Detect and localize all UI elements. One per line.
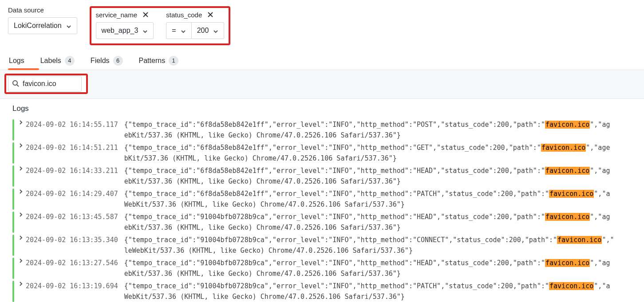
expand-log-button[interactable] xyxy=(18,235,24,240)
log-message: {"tempo_trace_id":"6f8da58eb842e1ff","er… xyxy=(124,188,610,210)
search-highlight: favicon.ico xyxy=(545,167,590,175)
tab-label: Logs xyxy=(9,57,24,65)
filter-value: 200 xyxy=(197,27,209,35)
search-highlight: favicon.ico xyxy=(541,144,586,152)
expand-log-button[interactable] xyxy=(18,258,24,263)
chevron-down-icon xyxy=(142,28,148,33)
search-highlight: favicon.ico xyxy=(545,121,590,129)
search-highlight: favicon.ico xyxy=(545,213,590,221)
log-timestamp: 2024-09-02 16:13:35.340 xyxy=(26,235,118,245)
log-level-bar xyxy=(12,281,14,302)
search-input-wrapper[interactable] xyxy=(8,76,82,92)
log-row: 2024-09-02 16:13:35.340{"tempo_trace_id"… xyxy=(12,235,644,256)
filter-service-name: service_name web_app_3 xyxy=(96,11,154,39)
filter-label: status_code xyxy=(166,11,202,19)
log-message: {"tempo_trace_id":"91004bfb0728b9ca","er… xyxy=(124,212,610,233)
log-timestamp: 2024-09-02 16:13:45.587 xyxy=(26,212,118,222)
expand-log-button[interactable] xyxy=(18,281,24,286)
logs-panel: Logs 2024-09-02 16:14:55.117{"tempo_trac… xyxy=(0,99,644,302)
datasource-value: LokiCorrelation xyxy=(14,22,62,30)
log-row: 2024-09-02 16:13:27.546{"tempo_trace_id"… xyxy=(12,258,644,279)
search-highlight: favicon.ico xyxy=(545,259,590,267)
filter-operator: = xyxy=(172,27,176,35)
log-row: 2024-09-02 16:14:29.407{"tempo_trace_id"… xyxy=(12,188,644,210)
tab-fields[interactable]: Fields6 xyxy=(90,51,124,70)
log-message: {"tempo_trace_id":"91004bfb0728b9ca","er… xyxy=(124,258,610,279)
filter-status-code: status_code = 200 xyxy=(166,11,224,39)
filter-operator-select[interactable]: = xyxy=(166,22,191,39)
log-message: {"tempo_trace_id":"6f8da58eb842e1ff","er… xyxy=(124,142,610,164)
expand-log-button[interactable] xyxy=(18,188,24,194)
filter-value-select[interactable]: 200 xyxy=(192,22,225,39)
search-highlight: favicon.ico xyxy=(557,236,602,244)
tab-count-badge: 1 xyxy=(169,56,178,66)
log-level-bar xyxy=(12,165,14,187)
svg-line-5 xyxy=(17,85,19,86)
log-level-bar xyxy=(12,235,14,256)
chevron-down-icon xyxy=(181,28,186,33)
log-message: {"tempo_trace_id":"6f8da58eb842e1ff","er… xyxy=(124,119,610,141)
datasource-select[interactable]: LokiCorrelation xyxy=(8,17,77,34)
datasource-label: Data source xyxy=(8,6,44,14)
log-row: 2024-09-02 16:13:19.694{"tempo_trace_id"… xyxy=(12,281,644,302)
log-timestamp: 2024-09-02 16:13:19.694 xyxy=(26,281,118,291)
log-timestamp: 2024-09-02 16:14:55.117 xyxy=(26,119,118,130)
log-row: 2024-09-02 16:13:45.587{"tempo_trace_id"… xyxy=(12,212,644,233)
svg-point-4 xyxy=(13,81,17,85)
tab-patterns[interactable]: Patterns1 xyxy=(138,51,180,70)
log-message: {"tempo_trace_id":"91004bfb0728b9ca","er… xyxy=(124,235,614,256)
expand-log-button[interactable] xyxy=(18,165,24,171)
remove-filter-button[interactable] xyxy=(206,11,214,19)
log-timestamp: 2024-09-02 16:14:51.211 xyxy=(26,142,118,153)
log-row: 2024-09-02 16:14:51.211{"tempo_trace_id"… xyxy=(12,142,644,164)
tab-label: Labels xyxy=(40,57,61,65)
expand-log-button[interactable] xyxy=(18,212,24,217)
tab-label: Fields xyxy=(91,57,110,65)
log-message: {"tempo_trace_id":"91004bfb0728b9ca","er… xyxy=(124,281,610,302)
datasource-field: Data source LokiCorrelation xyxy=(8,6,77,34)
log-timestamp: 2024-09-02 16:14:33.211 xyxy=(26,165,118,176)
filters-highlight-box: service_name web_app_3 status_code xyxy=(90,6,231,45)
chevron-down-icon xyxy=(213,28,218,33)
search-row xyxy=(0,70,644,99)
filter-value-select[interactable]: web_app_3 xyxy=(96,22,154,39)
log-row: 2024-09-02 16:14:55.117{"tempo_trace_id"… xyxy=(12,119,644,141)
remove-filter-button[interactable] xyxy=(142,11,150,19)
log-level-bar xyxy=(12,119,14,141)
filter-label: service_name xyxy=(96,11,137,19)
log-level-bar xyxy=(12,142,14,164)
filter-value: web_app_3 xyxy=(102,27,138,35)
logs-title: Logs xyxy=(12,104,644,113)
expand-log-button[interactable] xyxy=(18,142,24,148)
search-input[interactable] xyxy=(22,79,71,88)
log-row: 2024-09-02 16:14:33.211{"tempo_trace_id"… xyxy=(12,165,644,187)
tab-count-badge: 6 xyxy=(113,56,123,66)
search-icon xyxy=(12,80,19,88)
tab-count-badge: 4 xyxy=(65,56,75,66)
expand-log-button[interactable] xyxy=(18,119,24,125)
log-level-bar xyxy=(12,188,14,210)
tab-logs[interactable]: Logs xyxy=(8,51,25,70)
search-highlight-box xyxy=(4,74,88,94)
tabs: LogsLabels4Fields6Patterns1 xyxy=(0,51,644,70)
log-level-bar xyxy=(12,258,14,279)
log-timestamp: 2024-09-02 16:13:27.546 xyxy=(26,258,118,268)
tab-labels[interactable]: Labels4 xyxy=(40,51,75,70)
search-highlight: favicon.ico xyxy=(549,282,594,290)
search-highlight: favicon.ico xyxy=(549,190,594,198)
log-message: {"tempo_trace_id":"6f8da58eb842e1ff","er… xyxy=(124,165,610,187)
log-timestamp: 2024-09-02 16:14:29.407 xyxy=(26,188,118,199)
log-level-bar xyxy=(12,212,14,233)
tab-label: Patterns xyxy=(139,57,166,65)
chevron-down-icon xyxy=(66,23,71,28)
